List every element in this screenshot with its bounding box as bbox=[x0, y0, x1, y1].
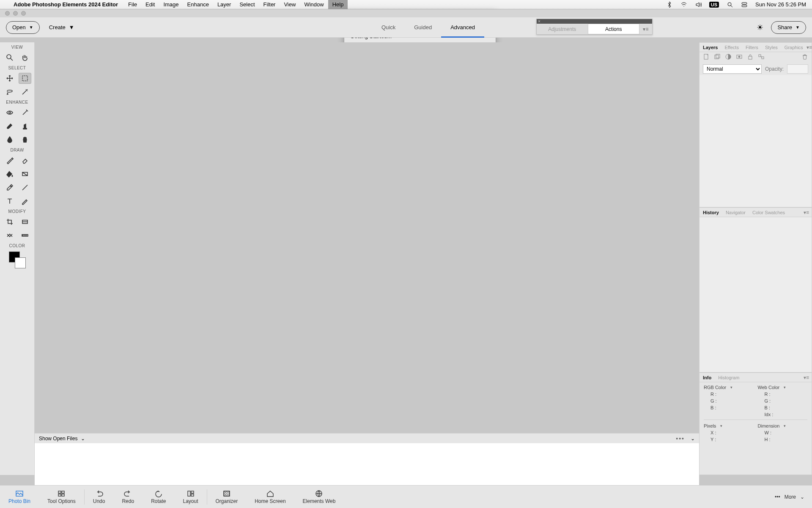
layers-list[interactable] bbox=[700, 75, 812, 207]
tab-advanced[interactable]: Advanced bbox=[441, 17, 484, 38]
panel-tab-info[interactable]: Info bbox=[700, 375, 715, 380]
menu-image[interactable]: Image bbox=[159, 0, 183, 9]
tab-quick[interactable]: Quick bbox=[372, 17, 405, 38]
create-button[interactable]: Create ▼ bbox=[49, 24, 74, 30]
menu-filter[interactable]: Filter bbox=[259, 0, 280, 9]
eyedropper-tool-icon[interactable] bbox=[3, 182, 16, 193]
volume-icon[interactable] bbox=[695, 1, 702, 8]
actions-tab-actions[interactable]: Actions bbox=[588, 24, 640, 34]
delete-layer-icon[interactable] bbox=[801, 53, 808, 62]
panel-tab-styles[interactable]: Styles bbox=[762, 45, 781, 50]
open-button[interactable]: Open ▼ bbox=[6, 21, 40, 34]
bb-rotate[interactable]: Rotate bbox=[143, 490, 174, 504]
menu-window[interactable]: Window bbox=[300, 0, 328, 9]
menu-view[interactable]: View bbox=[280, 0, 300, 9]
chevron-down-icon[interactable]: ⌄ bbox=[81, 436, 85, 442]
lasso-tool-icon[interactable] bbox=[3, 86, 16, 97]
control-center-icon[interactable] bbox=[741, 1, 748, 8]
layer-mask-icon[interactable] bbox=[736, 53, 743, 62]
input-source-badge[interactable]: US bbox=[709, 2, 719, 8]
panel-menu-icon[interactable]: ▾≡ bbox=[807, 44, 812, 50]
bb-home-screen[interactable]: Home Screen bbox=[246, 490, 294, 504]
panel-tab-filters[interactable]: Filters bbox=[742, 45, 762, 50]
bb-redo[interactable]: Redo bbox=[113, 490, 143, 504]
gradient-tool-icon[interactable] bbox=[19, 168, 31, 179]
panel-tab-effects[interactable]: Effects bbox=[721, 45, 742, 50]
eraser-tool-icon[interactable] bbox=[19, 155, 31, 166]
actions-tab-adjustments[interactable]: Adjustments bbox=[537, 26, 588, 32]
panel-tab-navigator[interactable]: Navigator bbox=[722, 210, 749, 215]
zoom-tool-icon[interactable] bbox=[3, 52, 16, 63]
minimize-window-icon[interactable] bbox=[13, 11, 18, 16]
opacity-field[interactable] bbox=[787, 64, 808, 74]
sponge-tool-icon[interactable] bbox=[19, 134, 31, 145]
panel-tab-graphics[interactable]: Graphics bbox=[781, 45, 807, 50]
adjustment-layer-icon[interactable] bbox=[725, 53, 732, 62]
spot-heal-tool-icon[interactable] bbox=[19, 107, 31, 118]
clone-stamp-tool-icon[interactable] bbox=[19, 121, 31, 132]
history-list[interactable] bbox=[700, 217, 812, 372]
tab-guided[interactable]: Guided bbox=[405, 17, 441, 38]
color-swatches[interactable] bbox=[9, 251, 26, 268]
magic-wand-tool-icon[interactable] bbox=[19, 86, 31, 97]
new-layer-icon[interactable] bbox=[703, 53, 710, 62]
menu-enhance[interactable]: Enhance bbox=[183, 0, 213, 9]
panel-tab-layers[interactable]: Layers bbox=[700, 45, 721, 50]
menubar-clock[interactable]: Sun Nov 26 5:26 PM bbox=[755, 1, 806, 8]
photo-bin-dropdown[interactable]: Show Open Files bbox=[39, 436, 77, 442]
panel-menu-icon[interactable]: ▾≡ bbox=[639, 26, 652, 32]
bb-tool-options[interactable]: Tool Options bbox=[39, 490, 84, 504]
bb-photo-bin[interactable]: Photo Bin bbox=[0, 490, 39, 504]
close-icon[interactable]: × bbox=[538, 19, 542, 24]
canvas-area[interactable] bbox=[35, 42, 699, 475]
eye-tool-icon[interactable] bbox=[3, 107, 16, 118]
hand-tool-icon[interactable] bbox=[19, 52, 31, 63]
blur-tool-icon[interactable] bbox=[3, 134, 16, 145]
marquee-tool-icon[interactable] bbox=[19, 73, 31, 84]
bb-layout[interactable]: Layout bbox=[174, 490, 206, 504]
link-layers-icon[interactable] bbox=[758, 53, 765, 62]
straighten-tool-icon[interactable] bbox=[19, 230, 31, 241]
panel-tab-histogram[interactable]: Histogram bbox=[715, 375, 743, 380]
paint-bucket-tool-icon[interactable] bbox=[3, 168, 16, 179]
menu-help[interactable]: Help bbox=[328, 0, 348, 9]
pencil-tool-icon[interactable] bbox=[19, 196, 31, 207]
info-rgb-dropdown[interactable]: RGB Color bbox=[704, 385, 754, 390]
panel-menu-icon[interactable]: ▾≡ bbox=[804, 210, 812, 215]
bb-elements-web[interactable]: Elements Web bbox=[294, 490, 344, 504]
close-window-icon[interactable] bbox=[5, 11, 10, 16]
move-tool-icon[interactable] bbox=[3, 73, 16, 84]
bb-more[interactable]: ••• More ⌄ bbox=[775, 494, 804, 500]
more-icon[interactable]: ••• bbox=[676, 435, 685, 442]
background-color-icon[interactable] bbox=[15, 257, 26, 268]
actions-panel-titlebar[interactable]: × bbox=[537, 19, 652, 24]
shape-tool-icon[interactable] bbox=[19, 182, 31, 193]
spotlight-icon[interactable] bbox=[727, 1, 733, 8]
bb-organizer[interactable]: Organizer bbox=[207, 490, 247, 504]
menu-file[interactable]: File bbox=[124, 0, 141, 9]
blend-mode-select[interactable]: Normal bbox=[703, 64, 762, 74]
info-pixels-dropdown[interactable]: Pixels bbox=[704, 423, 754, 428]
share-button[interactable]: Share ▼ bbox=[771, 21, 806, 34]
theme-toggle-icon[interactable]: ☀ bbox=[757, 23, 763, 32]
menu-edit[interactable]: Edit bbox=[141, 0, 159, 9]
recompose-tool-icon[interactable] bbox=[19, 216, 31, 227]
panel-menu-icon[interactable]: ▾≡ bbox=[804, 375, 812, 381]
content-aware-tool-icon[interactable] bbox=[3, 230, 16, 241]
info-web-dropdown[interactable]: Web Color bbox=[758, 385, 808, 390]
menu-layer[interactable]: Layer bbox=[213, 0, 236, 9]
bb-undo[interactable]: Undo bbox=[85, 490, 114, 504]
type-tool-icon[interactable] bbox=[3, 196, 16, 207]
collapse-icon[interactable]: ⌄ bbox=[691, 436, 695, 442]
lock-layer-icon[interactable] bbox=[747, 53, 754, 62]
menu-select[interactable]: Select bbox=[235, 0, 259, 9]
brush-tool-icon[interactable] bbox=[3, 155, 16, 166]
new-group-icon[interactable] bbox=[714, 53, 721, 62]
panel-tab-color-swatches[interactable]: Color Swatches bbox=[749, 210, 788, 215]
smart-brush-tool-icon[interactable] bbox=[3, 121, 16, 132]
panel-tab-history[interactable]: History bbox=[700, 210, 722, 215]
wifi-icon[interactable] bbox=[680, 1, 687, 8]
bluetooth-icon[interactable] bbox=[666, 1, 673, 8]
crop-tool-icon[interactable] bbox=[3, 216, 16, 227]
maximize-window-icon[interactable] bbox=[21, 11, 26, 16]
